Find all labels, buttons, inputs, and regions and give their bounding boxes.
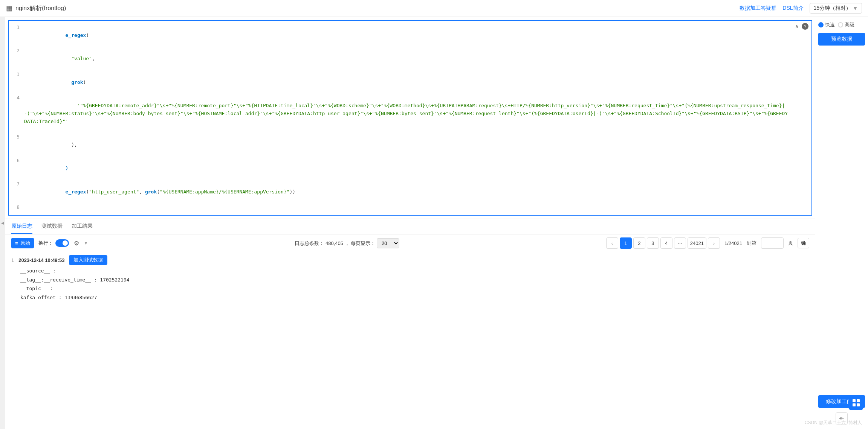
log-field-topic: __topic__ : bbox=[20, 284, 809, 293]
page-2-btn[interactable]: 2 bbox=[633, 237, 645, 249]
code-line-5: 5 ), bbox=[9, 133, 811, 157]
line-content-2: "value", bbox=[24, 47, 811, 70]
chevron-down-icon-settings[interactable]: ▼ bbox=[84, 241, 88, 245]
line-content-6: ) bbox=[24, 157, 811, 180]
app-icon: ▦ bbox=[6, 4, 12, 12]
tab-process-result[interactable]: 加工结果 bbox=[72, 219, 93, 234]
grid-dot-1 bbox=[853, 399, 856, 402]
next-page-btn[interactable]: › bbox=[708, 237, 720, 249]
qa-group-link[interactable]: 数据加工答疑群 bbox=[740, 5, 776, 12]
time-selector-label: 15分钟（相对） bbox=[814, 5, 851, 12]
header: ▦ nginx解析(frontlog) 数据加工答疑群 DSL简介 15分钟（相… bbox=[0, 0, 868, 17]
original-view-button[interactable]: ≡ 原始 bbox=[11, 238, 34, 248]
header-left: ▦ nginx解析(frontlog) bbox=[6, 4, 66, 12]
help-icon[interactable]: ? bbox=[802, 23, 808, 30]
speed-selector: 快速 高级 bbox=[818, 21, 865, 28]
tab-test-data[interactable]: 测试数据 bbox=[41, 219, 63, 234]
advanced-radio: 高级 bbox=[838, 21, 854, 28]
code-editor[interactable]: ∧ ? 1 e_regex( 2 "value" bbox=[8, 20, 812, 216]
log-field-receive-time: __tag__:__receive_time__ : 1702522194 bbox=[20, 275, 809, 284]
page-3-btn[interactable]: 3 bbox=[647, 237, 659, 249]
code-content: 1 e_regex( 2 "value", 3 bbox=[9, 21, 811, 215]
list-icon: ≡ bbox=[15, 240, 18, 246]
page-info-text: 1/24021 bbox=[724, 240, 742, 246]
line-number-3: 3 bbox=[9, 71, 24, 94]
line-wrap-label: 换行： bbox=[38, 240, 53, 246]
main-content: ◀ ∧ ? 1 e_regex( bbox=[0, 17, 868, 429]
log-entry: 1 2023-12-14 10:49:53 加入测试数据 __source__ … bbox=[11, 255, 809, 302]
preview-data-button[interactable]: 预览数据 bbox=[818, 33, 865, 46]
page-unit-label: 页 bbox=[788, 240, 793, 246]
code-editor-header: ∧ ? bbox=[795, 23, 808, 30]
page-title: nginx解析(frontlog) bbox=[15, 5, 66, 12]
line-content-5: ), bbox=[24, 133, 811, 157]
code-line-1: 1 e_regex( bbox=[9, 24, 811, 47]
original-btn-label: 原始 bbox=[20, 240, 30, 246]
line-number-6: 6 bbox=[9, 157, 24, 180]
goto-label: 到第 bbox=[747, 240, 756, 246]
code-line-3: 3 grok( bbox=[9, 71, 811, 94]
log-field-source: __source__ : bbox=[20, 266, 809, 275]
field-key-receive-time: __tag__:__receive_time__ bbox=[20, 277, 91, 283]
log-timestamp: 2023-12-14 10:49:53 bbox=[18, 257, 64, 263]
log-fields: __source__ : __tag__:__receive_time__ : … bbox=[11, 266, 809, 302]
speed-radio-dot bbox=[818, 22, 824, 27]
ellipsis-btn: ··· bbox=[674, 237, 686, 249]
code-line-4: 4 '"%{GREEDYDATA:remote_addr}"\s+"%{NUMB… bbox=[9, 94, 811, 133]
stats-count: 480,405 bbox=[326, 240, 343, 246]
settings-icon[interactable]: ⚙ bbox=[71, 238, 82, 248]
speed-radio: 快速 bbox=[818, 21, 835, 28]
line-content-1: e_regex( bbox=[24, 24, 811, 47]
line-number-8: 8 bbox=[9, 204, 24, 212]
advanced-label[interactable]: 高级 bbox=[845, 21, 854, 28]
log-area: 原始日志 测试数据 加工结果 ≡ 原始 换行： ⚙ ▼ bbox=[5, 219, 815, 429]
left-panel-toggle[interactable]: ◀ bbox=[0, 17, 5, 429]
goto-page-input[interactable] bbox=[761, 237, 784, 249]
line-content-7: e_regex("http_user_agent", grok("%{USERN… bbox=[24, 180, 811, 204]
tab-original-log[interactable]: 原始日志 bbox=[11, 219, 32, 234]
code-line-8: 8 bbox=[9, 204, 811, 212]
advanced-radio-dot bbox=[838, 22, 843, 27]
field-value-kafka-offset: 13946856627 bbox=[64, 295, 97, 300]
code-line-7: 7 e_regex("http_user_agent", grok("%{USE… bbox=[9, 180, 811, 204]
header-right: 数据加工答疑群 DSL简介 15分钟（相对） ▼ bbox=[740, 3, 862, 14]
speed-label[interactable]: 快速 bbox=[825, 21, 835, 28]
log-entry-header: 1 2023-12-14 10:49:53 加入测试数据 bbox=[11, 255, 809, 265]
footer-watermark: CSDN @天草二十六_简村人 bbox=[805, 420, 862, 426]
page-4-btn[interactable]: 4 bbox=[660, 237, 672, 249]
log-stats: 日志总条数： 480,405 ， 每页显示： 20 50 100 bbox=[92, 238, 601, 248]
line-wrap-toggle[interactable] bbox=[55, 239, 69, 247]
chevron-down-icon: ▼ bbox=[853, 5, 858, 11]
field-sep-source: : bbox=[53, 268, 56, 274]
page-1-btn[interactable]: 1 bbox=[620, 237, 632, 249]
last-page-btn[interactable]: 24021 bbox=[688, 237, 706, 249]
line-number-5: 5 bbox=[9, 133, 24, 157]
per-page-label: ， bbox=[345, 240, 350, 246]
prev-page-btn[interactable]: ‹ bbox=[606, 237, 618, 249]
field-sep-kafka-offset: : bbox=[59, 295, 62, 300]
code-line-6: 6 ) bbox=[9, 157, 811, 180]
grid-icon bbox=[853, 399, 860, 406]
log-tabs: 原始日志 测试数据 加工结果 bbox=[5, 219, 815, 234]
add-test-data-button[interactable]: 加入测试数据 bbox=[69, 255, 107, 265]
per-page-text: 每页显示： bbox=[351, 240, 375, 246]
grid-dot-2 bbox=[857, 399, 860, 402]
line-number-4: 4 bbox=[9, 94, 24, 133]
chevron-left-icon: ◀ bbox=[1, 221, 4, 225]
field-key-source: __source__ bbox=[20, 268, 50, 274]
time-selector[interactable]: 15分钟（相对） ▼ bbox=[810, 3, 862, 14]
per-page-select[interactable]: 20 50 100 bbox=[377, 238, 399, 248]
line-number-7: 7 bbox=[9, 180, 24, 204]
grid-icon-button[interactable] bbox=[848, 395, 863, 410]
pagination: ‹ 1 2 3 4 ··· 24021 › bbox=[606, 237, 720, 249]
grid-dot-4 bbox=[857, 403, 860, 406]
line-content-3: grok( bbox=[24, 71, 811, 94]
log-index: 1 bbox=[11, 257, 14, 263]
dsl-intro-link[interactable]: DSL简介 bbox=[782, 5, 803, 12]
collapse-icon[interactable]: ∧ bbox=[795, 23, 799, 29]
app-container: ▦ nginx解析(frontlog) 数据加工答疑群 DSL简介 15分钟（相… bbox=[0, 0, 868, 429]
line-content-4: '"%{GREEDYDATA:remote_addr}"\s+"%{NUMBER… bbox=[24, 94, 811, 133]
field-key-topic: __topic__ bbox=[20, 286, 47, 291]
confirm-goto-btn[interactable]: 确 bbox=[798, 238, 809, 248]
log-toolbar: ≡ 原始 换行： ⚙ ▼ 日志总条数： 480,405 ， 每页显示： bbox=[5, 234, 815, 252]
